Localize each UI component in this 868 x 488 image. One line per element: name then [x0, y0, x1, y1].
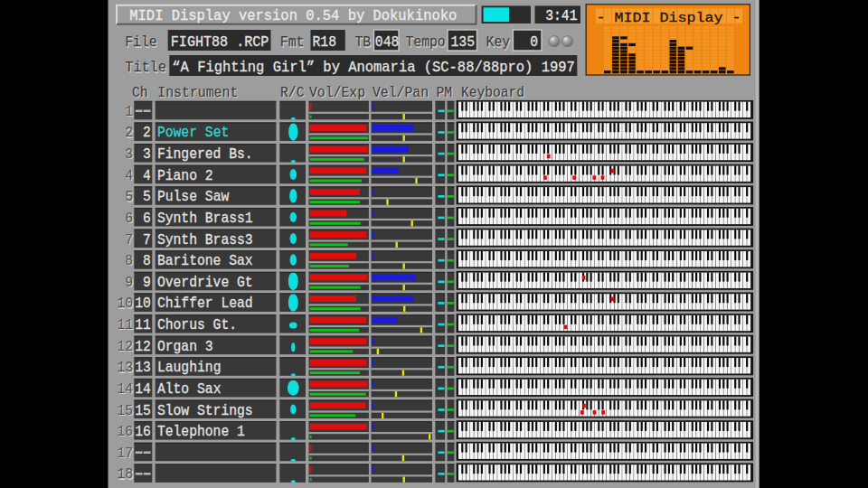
svg-text:Slow Strings: Slow Strings	[157, 402, 253, 419]
svg-text:10: 10	[117, 295, 133, 312]
svg-text:4: 4	[125, 167, 133, 184]
svg-text:Overdrive Gt: Overdrive Gt	[157, 274, 253, 291]
svg-text:12: 12	[117, 338, 133, 355]
svg-text:15: 15	[135, 402, 151, 419]
svg-text:7: 7	[125, 231, 133, 249]
svg-text:Tempo: Tempo	[406, 33, 446, 51]
svg-text:15: 15	[117, 402, 133, 419]
svg-text:Key: Key	[486, 33, 511, 51]
svg-text:0: 0	[530, 33, 538, 51]
svg-text:“A Fighting Girl” by Anomaria: “A Fighting Girl” by Anomaria (SC-88/88p…	[172, 59, 575, 76]
svg-text:14: 14	[135, 380, 151, 398]
svg-text:File: File	[125, 33, 156, 51]
svg-text:3: 3	[125, 145, 133, 163]
svg-text:Chorus Gt.: Chorus Gt.	[157, 316, 237, 333]
svg-text:Baritone Sax: Baritone Sax	[157, 252, 253, 269]
svg-text:14: 14	[117, 380, 133, 398]
svg-text:- MIDI Display -: - MIDI Display -	[597, 11, 741, 26]
svg-text:Instrument: Instrument	[157, 84, 238, 101]
svg-text:2: 2	[143, 124, 151, 141]
svg-text:4: 4	[143, 167, 151, 184]
svg-text:11: 11	[117, 316, 133, 333]
svg-text:048: 048	[375, 33, 400, 51]
svg-text:PM: PM	[437, 84, 453, 101]
svg-text:10: 10	[135, 295, 151, 312]
svg-text:135: 135	[451, 33, 476, 51]
svg-text:13: 13	[135, 359, 151, 376]
svg-text:17: 17	[117, 445, 133, 462]
svg-text:9: 9	[125, 274, 133, 291]
svg-text:Ch: Ch	[132, 84, 148, 101]
svg-text:9: 9	[143, 274, 151, 291]
svg-text:3:41: 3:41	[545, 7, 577, 24]
svg-text:6: 6	[125, 210, 133, 227]
svg-text:MIDI Display version 0.54 by: MIDI Display version 0.54 by Dokukinoko	[129, 7, 457, 24]
svg-text:16: 16	[135, 423, 151, 440]
svg-text:Synth Brass1: Synth Brass1	[157, 210, 253, 227]
svg-text:Keyboard: Keyboard	[461, 84, 524, 101]
svg-text:Chiffer Lead: Chiffer Lead	[157, 295, 253, 312]
svg-text:Vel/Pan: Vel/Pan	[373, 84, 429, 101]
svg-text:Fmt: Fmt	[280, 33, 305, 51]
svg-text:8: 8	[125, 252, 133, 269]
svg-text:11: 11	[135, 316, 151, 333]
svg-text:1: 1	[125, 103, 133, 120]
svg-text:Pulse Saw: Pulse Saw	[157, 188, 229, 205]
svg-text:13: 13	[117, 359, 133, 376]
svg-text:R/C: R/C	[280, 84, 305, 101]
svg-text:7: 7	[143, 231, 151, 249]
svg-text:R18: R18	[313, 33, 337, 51]
svg-text:Synth Brass3: Synth Brass3	[157, 231, 253, 249]
svg-text:Alto Sax: Alto Sax	[157, 380, 222, 398]
svg-text:Title: Title	[125, 59, 166, 76]
svg-text:18: 18	[117, 465, 133, 483]
svg-text:3: 3	[143, 145, 151, 163]
svg-text:TB: TB	[355, 33, 372, 51]
svg-text:16: 16	[117, 423, 133, 440]
svg-text:Laughing: Laughing	[157, 359, 222, 376]
svg-text:Telephone 1: Telephone 1	[157, 423, 245, 440]
svg-text:12: 12	[135, 338, 151, 355]
svg-text:2: 2	[125, 124, 133, 141]
svg-text:FIGHT88 .RCP: FIGHT88 .RCP	[171, 33, 269, 51]
svg-text:6: 6	[143, 210, 151, 227]
svg-text:5: 5	[125, 188, 133, 205]
svg-text:Vol/Exp: Vol/Exp	[309, 84, 365, 101]
svg-text:Power Set: Power Set	[157, 124, 229, 141]
svg-text:Fingered Bs.: Fingered Bs.	[157, 145, 253, 163]
svg-text:Piano 2: Piano 2	[157, 167, 213, 184]
svg-text:5: 5	[143, 188, 151, 205]
svg-text:Organ 3: Organ 3	[157, 338, 213, 355]
svg-text:8: 8	[143, 252, 151, 269]
